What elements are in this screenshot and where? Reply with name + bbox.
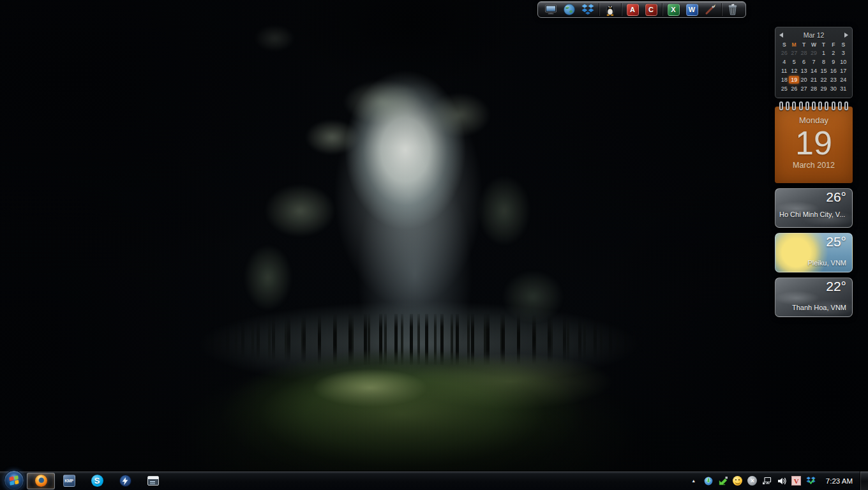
show-hidden-icons-arrow: ▲ xyxy=(691,479,696,483)
globe-icon xyxy=(563,3,576,16)
calendar-day[interactable]: 22 xyxy=(819,76,828,84)
weather-location: Ho Chi Minh City, V... xyxy=(779,211,846,218)
skype-offline-icon: × xyxy=(747,476,757,486)
internet-shortcut[interactable] xyxy=(562,3,577,17)
calendar-day[interactable]: 28 xyxy=(799,49,809,57)
skype-offline-tray-button[interactable]: × xyxy=(746,473,759,489)
weather-gadget-thanhhoa[interactable]: 22° Thanh Hoa, VNM xyxy=(775,278,853,317)
calendar-day[interactable]: 30 xyxy=(828,85,838,93)
calendar-day[interactable]: 28 xyxy=(809,85,818,93)
dropbox-tray-icon xyxy=(806,476,816,486)
calendar-gadget[interactable]: Mar 12 SMTWTFS 2627282912345678910111213… xyxy=(775,27,853,98)
app-window-taskbar-button[interactable] xyxy=(139,473,167,489)
calendar-day[interactable]: 21 xyxy=(809,76,818,84)
word-shortcut[interactable]: W xyxy=(684,3,700,17)
calendar-day[interactable]: 11 xyxy=(779,67,789,75)
excel-shortcut[interactable]: X xyxy=(666,3,681,17)
calendar-day[interactable]: 10 xyxy=(839,58,848,66)
calendar-month-title: Mar 12 xyxy=(804,31,825,39)
calendar-day[interactable]: 7 xyxy=(809,58,818,66)
show-desktop-button[interactable] xyxy=(860,471,868,490)
word-icon: W xyxy=(686,4,698,16)
calendar-day[interactable]: 15 xyxy=(819,67,828,75)
system-tray: ▲ × xyxy=(687,471,868,490)
date-gadget[interactable]: Monday 19 March 2012 xyxy=(775,107,853,183)
weather-gadget-pleiku[interactable]: 25° Pleiku, VNM xyxy=(775,233,853,272)
calendar-day[interactable]: 23 xyxy=(828,76,838,84)
show-hidden-icons-button[interactable]: ▲ xyxy=(687,473,700,489)
computer-icon xyxy=(544,3,557,16)
calendar-day[interactable]: 26 xyxy=(789,85,798,93)
dock-separator xyxy=(621,3,622,16)
kmplayer-icon: KMP xyxy=(63,475,75,487)
weather-gadget-hochiminh[interactable]: 26° Ho Chi Minh City, V... xyxy=(775,188,853,228)
calendar-day[interactable]: 31 xyxy=(839,85,848,93)
windows-flag-icon xyxy=(9,475,19,486)
date-month-year: March 2012 xyxy=(775,161,853,170)
idm-icon xyxy=(703,476,714,486)
calendar-next-arrow-icon[interactable] xyxy=(844,33,848,38)
calendar-day[interactable]: 18 xyxy=(779,76,789,84)
dropbox-shortcut[interactable] xyxy=(580,3,595,17)
calendar-day[interactable]: 25 xyxy=(779,85,789,93)
calendar-day[interactable]: 24 xyxy=(839,76,848,84)
calendar-day[interactable]: 4 xyxy=(779,58,789,66)
calendar-day[interactable]: 8 xyxy=(819,58,828,66)
dock-separator xyxy=(599,3,599,16)
recycle-bin-shortcut[interactable] xyxy=(725,3,740,17)
calendar-dayname: M xyxy=(789,41,798,48)
linux-app-shortcut[interactable] xyxy=(602,3,618,17)
calendar-day[interactable]: 6 xyxy=(799,58,809,66)
computer-shortcut[interactable] xyxy=(543,3,558,17)
calendar-day[interactable]: 27 xyxy=(799,85,809,93)
calendar-day[interactable]: 3 xyxy=(839,49,848,57)
kmplayer-taskbar-button[interactable]: KMP xyxy=(55,473,83,489)
calendar-day[interactable]: 5 xyxy=(789,58,798,66)
calendar-day[interactable]: 20 xyxy=(799,76,809,84)
unikey-icon: V xyxy=(791,476,801,486)
calendar-day[interactable]: 12 xyxy=(789,67,798,75)
calendar-day[interactable]: 16 xyxy=(828,67,838,75)
calendar-day[interactable]: 1 xyxy=(819,49,828,57)
autocad-civil-shortcut[interactable]: C xyxy=(643,3,659,17)
calendar-dayname: S xyxy=(839,41,848,48)
calendar-prev-arrow-icon[interactable] xyxy=(779,33,783,38)
calendar-dayname: S xyxy=(779,41,789,48)
network-tray-button[interactable] xyxy=(761,473,774,489)
wallpaper-canopy-vignette xyxy=(0,0,868,490)
calendar-day[interactable]: 29 xyxy=(819,85,828,93)
download-arrow-tray-button[interactable] xyxy=(717,473,730,489)
autocad-icon: A xyxy=(627,4,639,16)
taskbar-clock[interactable]: 7:23 AM xyxy=(819,477,858,485)
firefox-taskbar-button[interactable] xyxy=(27,473,55,489)
calendar-day[interactable]: 9 xyxy=(828,58,838,66)
calendar-day[interactable]: 26 xyxy=(779,49,789,57)
calendar-dayname: T xyxy=(799,41,809,48)
dock-separator xyxy=(662,3,662,16)
dropbox-icon xyxy=(581,4,594,15)
calendar-day[interactable]: 27 xyxy=(789,49,798,57)
autocad-shortcut[interactable]: A xyxy=(625,3,640,17)
spiral-ring xyxy=(792,101,796,110)
calendar-day[interactable]: 29 xyxy=(809,49,818,57)
calendar-day[interactable]: 13 xyxy=(799,67,809,75)
volume-tray-button[interactable] xyxy=(775,473,788,489)
weather-temperature: 26° xyxy=(826,189,846,205)
dock-separator xyxy=(721,3,722,16)
taskbar: KMP S ▲ xyxy=(0,471,868,490)
brush-app-shortcut[interactable] xyxy=(703,3,718,17)
calendar-day-selected[interactable]: 19 xyxy=(789,76,798,84)
yahoo-messenger-tray-button[interactable] xyxy=(731,473,744,489)
start-button[interactable] xyxy=(4,470,24,490)
thunder-taskbar-button[interactable] xyxy=(111,473,139,489)
weather-temperature: 25° xyxy=(826,234,846,249)
calendar-day[interactable]: 17 xyxy=(839,67,848,75)
dropbox-tray-button[interactable] xyxy=(805,473,818,489)
idm-tray-button[interactable] xyxy=(702,473,715,489)
skype-taskbar-button[interactable]: S xyxy=(83,473,111,489)
unikey-tray-button[interactable]: V xyxy=(790,473,803,489)
calendar-day[interactable]: 14 xyxy=(809,67,818,75)
date-weekday: Monday xyxy=(775,115,853,125)
date-day-number: 19 xyxy=(775,125,853,161)
calendar-day[interactable]: 2 xyxy=(828,49,838,57)
